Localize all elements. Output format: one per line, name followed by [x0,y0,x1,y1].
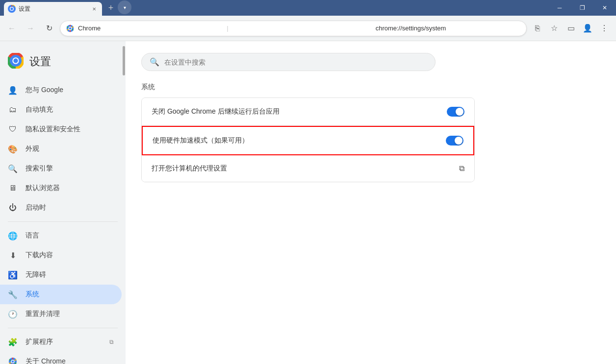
sidebar-title: 设置 [29,54,51,69]
main-layout: 设置 👤 您与 Google 🗂 自动填充 🛡 隐私设置和安全性 🎨 外观 🔍 … [0,41,616,364]
setting-row-hardware-accel: 使用硬件加速模式（如果可用） [142,126,474,155]
sidebar-item-search[interactable]: 🔍 搜索引擎 [0,159,122,178]
sidebar-label-autofill: 自动填充 [26,105,53,114]
extensions-external-icon: ⧉ [109,339,114,345]
sidebar-item-about[interactable]: 关于 Chrome [0,352,122,364]
sidebar-item-language[interactable]: 🌐 语言 [0,226,122,245]
sidebar-item-google[interactable]: 👤 您与 Google [0,80,122,100]
toggle-knob-background-run [456,108,463,116]
split-screen-icon[interactable]: ▭ [563,21,579,36]
url-separator: | [227,24,371,32]
proxy-external-link-icon[interactable]: ⧉ [459,164,464,173]
window-controls: ─ ❐ ✕ [548,0,616,16]
tab-favicon [8,5,16,13]
url-path: chrome://settings/system [376,24,520,32]
toolbar-right: ⎘ ☆ ▭ 👤 ⋮ [530,21,612,36]
tab-close-button[interactable]: ✕ [90,5,98,13]
power-icon: ⏻ [8,203,18,213]
search-input[interactable] [164,58,427,66]
settings-card: 关闭 Google Chrome 后继续运行后台应用 使用硬件加速模式（如果可用… [141,97,475,182]
setting-row-background-run: 关闭 Google Chrome 后继续运行后台应用 [142,98,474,126]
titlebar: 设置 ✕ + ▾ ─ ❐ ✕ [0,0,616,16]
titlebar-left: 设置 ✕ + ▾ [0,0,548,16]
url-favicon [66,24,74,32]
back-button[interactable]: ← [4,21,20,36]
setting-label-proxy: 打开您计算机的代理设置 [152,164,227,173]
toggle-knob-hardware-accel [455,137,462,145]
setting-label-background-run: 关闭 Google Chrome 后继续运行后台应用 [152,107,280,116]
chrome-logo-icon [8,53,24,71]
person-icon: 👤 [8,85,18,95]
profile-icon[interactable]: 👤 [580,21,595,36]
setting-row-proxy: 打开您计算机的代理设置 ⧉ [142,155,474,182]
download-icon: ⬇ [8,250,18,260]
sidebar-item-reset[interactable]: 🕐 重置并清理 [0,304,122,324]
search-icon: 🔍 [8,164,18,173]
sidebar-header: 设置 [0,49,126,80]
sidebar-item-appearance[interactable]: 🎨 外观 [0,139,122,159]
setting-label-hardware-accel: 使用硬件加速模式（如果可用） [153,136,249,145]
content-area: 🔍 系统 关闭 Google Chrome 后继续运行后台应用 使用硬件加速模式… [126,41,616,364]
browser-icon: 🖥 [8,183,18,193]
toggle-hardware-accel[interactable] [446,136,463,146]
url-bar[interactable]: Chrome | chrome://settings/system [60,21,527,36]
menu-icon[interactable]: ⋮ [596,21,612,36]
sidebar-label-browser: 默认浏览器 [26,184,60,193]
section-title: 系统 [141,83,600,92]
search-bar-icon: 🔍 [150,57,159,67]
svg-point-2 [10,7,13,10]
toggle-background-run[interactable] [447,107,464,117]
extensions-icon: 🧩 [8,337,18,347]
sidebar-label-language: 语言 [26,231,39,240]
sidebar-item-system[interactable]: 🔧 系统 [0,285,122,304]
sidebar-label-download: 下载内容 [26,251,53,260]
palette-icon: 🎨 [8,144,18,154]
url-brand: Chrome [78,24,223,32]
share-icon[interactable]: ⎘ [530,21,545,36]
new-tab-button[interactable]: + [104,1,118,15]
sidebar-label-reset: 重置并清理 [26,310,60,318]
sidebar-divider-1 [8,221,118,222]
addressbar: ← → ↻ Chrome | chrome://settings/system … [0,16,616,41]
svg-point-14 [13,58,18,63]
svg-point-17 [12,361,14,363]
sidebar-label-accessibility: 无障碍 [26,270,46,279]
autofill-icon: 🗂 [8,105,18,115]
tab-dropdown-button[interactable]: ▾ [118,0,131,14]
sidebar-label-about: 关于 Chrome [26,357,66,364]
search-bar[interactable]: 🔍 [141,53,436,71]
globe-icon: 🌐 [8,231,18,241]
sidebar-label-search: 搜索引擎 [26,164,53,173]
sidebar-label-google: 您与 Google [26,86,63,95]
forward-button[interactable]: → [23,21,38,36]
about-chrome-icon [8,357,18,364]
sidebar-scrollbar[interactable] [122,41,126,364]
sidebar-label-startup: 启动时 [26,203,46,212]
shield-icon: 🛡 [8,124,18,134]
close-button[interactable]: ✕ [593,0,616,16]
sidebar: 设置 👤 您与 Google 🗂 自动填充 🛡 隐私设置和安全性 🎨 外观 🔍 … [0,41,126,364]
sidebar-item-autofill[interactable]: 🗂 自动填充 [0,100,122,120]
sidebar-item-browser[interactable]: 🖥 默认浏览器 [0,178,122,198]
bookmark-icon[interactable]: ☆ [546,21,562,36]
tab-bar: 设置 ✕ + [4,0,118,16]
accessibility-icon: ♿ [8,270,18,280]
tab-title: 设置 [19,5,87,13]
sidebar-label-privacy: 隐私设置和安全性 [26,125,80,134]
minimize-button[interactable]: ─ [548,0,571,16]
active-tab[interactable]: 设置 ✕ [4,2,102,16]
reset-icon: 🕐 [8,309,18,319]
sidebar-item-download[interactable]: ⬇ 下载内容 [0,245,122,265]
refresh-button[interactable]: ↻ [41,21,57,36]
sidebar-item-privacy[interactable]: 🛡 隐私设置和安全性 [0,120,122,139]
sidebar-label-system: 系统 [26,290,39,299]
sidebar-label-extensions: 扩展程序 [26,338,53,346]
sidebar-item-accessibility[interactable]: ♿ 无障碍 [0,265,122,285]
wrench-icon: 🔧 [8,290,18,299]
restore-button[interactable]: ❐ [571,0,593,16]
svg-point-5 [69,27,72,29]
sidebar-item-startup[interactable]: ⏻ 启动时 [0,198,122,218]
sidebar-divider-2 [8,328,118,328]
sidebar-item-extensions[interactable]: 🧩 扩展程序 ⧉ [0,332,122,352]
sidebar-scrollbar-thumb [123,46,125,75]
